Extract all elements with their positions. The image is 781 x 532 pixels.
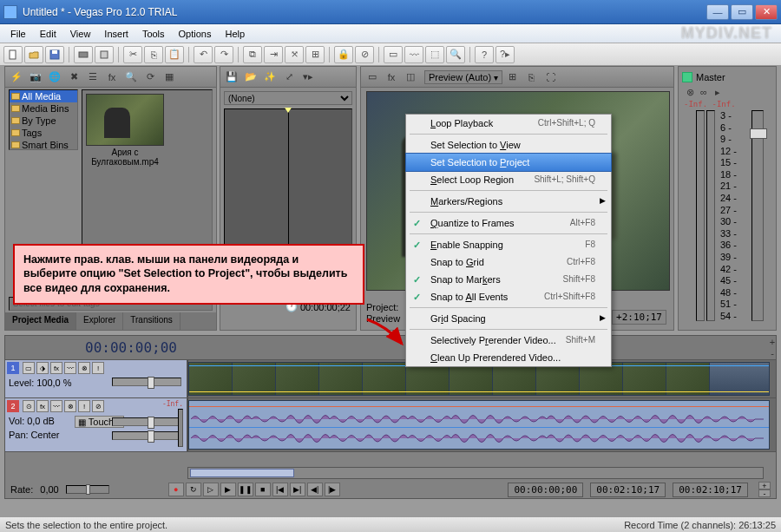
tree-by-type[interactable]: By Type: [10, 115, 77, 127]
preview-overlay-button[interactable]: ⊞: [504, 69, 522, 85]
audio-clip[interactable]: [188, 400, 770, 450]
track-fx-icon[interactable]: fx: [36, 400, 49, 412]
preview-copy-button[interactable]: ⎘: [523, 69, 541, 85]
selection-tool[interactable]: ⬚: [425, 46, 444, 63]
tree-media-bins[interactable]: Media Bins: [10, 102, 77, 115]
track-phase-icon[interactable]: ⊘: [92, 400, 104, 412]
preview-device-button[interactable]: ▭: [364, 69, 381, 85]
audio-track-header[interactable]: 2 ⊙ fx 〰 ⊗ ! ⊘ Vol: 0,0 dB ▦ Touch ▾ Pan…: [5, 398, 187, 451]
go-end-button[interactable]: ▶|: [290, 483, 305, 496]
menu-tools[interactable]: Tools: [135, 27, 172, 41]
media-search-button[interactable]: ▦: [161, 69, 178, 85]
scrollbar-thumb[interactable]: [190, 469, 294, 477]
ctx-snap-to-all-events[interactable]: Snap to All EventsCtrl+Shift+F8: [406, 288, 611, 305]
track-solo-icon[interactable]: !: [92, 362, 104, 374]
ctx-markers-regions[interactable]: Markers/Regions: [406, 193, 611, 210]
whats-this-button[interactable]: ?▸: [496, 46, 515, 63]
stop-button[interactable]: ■: [255, 483, 271, 496]
snap-button[interactable]: ⧉: [243, 46, 262, 63]
normal-edit-tool[interactable]: ▭: [384, 46, 403, 63]
master-fader[interactable]: [751, 110, 764, 321]
get-media-button[interactable]: 🌐: [46, 69, 63, 85]
preview-quality-dropdown[interactable]: Preview (Auto) ▾: [424, 70, 502, 84]
properties-button[interactable]: [95, 46, 114, 63]
timecode-end[interactable]: 00:02:10;17: [590, 483, 666, 497]
track-solo-icon[interactable]: !: [78, 400, 90, 412]
track-automation-icon[interactable]: 〰: [50, 400, 62, 412]
ctx-snap-to-grid[interactable]: Snap to GridCtrl+F8: [406, 253, 611, 271]
loop-button[interactable]: ↻: [186, 483, 201, 496]
paste-button[interactable]: 📋: [165, 46, 184, 63]
close-button[interactable]: ✕: [755, 4, 778, 20]
pause-button[interactable]: ❚❚: [238, 483, 253, 496]
trimmer-dropdown[interactable]: (None): [224, 91, 352, 105]
ctx-loop-playback[interactable]: Loop PlaybackCtrl+Shift+L; Q: [406, 115, 611, 132]
ctx-enable-snapping[interactable]: Enable SnappingF8: [406, 236, 611, 253]
trimmer-open-button[interactable]: 📂: [242, 69, 259, 85]
minimize-button[interactable]: —: [706, 4, 729, 20]
track-record-icon[interactable]: ⊙: [23, 400, 35, 412]
trimmer-save-button[interactable]: 💾: [223, 69, 240, 85]
tab-explorer[interactable]: Explorer: [76, 312, 123, 330]
rate-slider[interactable]: [66, 485, 109, 494]
ctx-set-selection-to-view[interactable]: Set Selection to View: [406, 136, 611, 154]
media-props-button[interactable]: ☰: [84, 69, 102, 85]
track-automation-icon[interactable]: 〰: [64, 362, 76, 374]
zoom-out-button[interactable]: -: [758, 489, 771, 497]
master-mute-button[interactable]: ⊗: [684, 86, 696, 98]
undo-button[interactable]: ↶: [194, 46, 213, 63]
copy-button[interactable]: ⎘: [144, 46, 163, 63]
menu-help[interactable]: Help: [218, 27, 252, 41]
save-button[interactable]: [45, 46, 64, 63]
timeline-add-button[interactable]: +: [764, 337, 781, 348]
preview-fx-button[interactable]: fx: [383, 69, 400, 85]
play-start-button[interactable]: ▷: [203, 483, 219, 496]
capture-button[interactable]: 📷: [27, 69, 44, 85]
preview-full-button[interactable]: ⛶: [542, 69, 560, 85]
track-mute-icon[interactable]: ⊗: [78, 362, 90, 374]
audio-vol-slider[interactable]: [112, 417, 181, 426]
menu-edit[interactable]: Edit: [33, 27, 63, 41]
audio-track-lane[interactable]: [187, 398, 776, 451]
ctx-quantize-to-frames[interactable]: Quantize to FramesAlt+F8: [406, 214, 611, 232]
lock-button[interactable]: 🔒: [334, 46, 353, 63]
video-level-slider[interactable]: [112, 378, 181, 386]
redo-button[interactable]: ↷: [214, 46, 233, 63]
trimmer-expand-button[interactable]: ⤢: [280, 69, 298, 85]
tree-all-media[interactable]: All Media: [10, 90, 77, 102]
video-track-header[interactable]: 1 ▭ ⬗ fx 〰 ⊗ ! Level: 100,0 %: [5, 360, 187, 397]
media-fx-button[interactable]: fx: [103, 69, 121, 85]
auto-crossfade-button[interactable]: ⤧: [285, 46, 304, 63]
remove-button[interactable]: ✖: [65, 69, 82, 85]
ctx-selectively-prerender-video-[interactable]: Selectively Prerender Video...Shift+M: [406, 332, 611, 349]
render-button[interactable]: [74, 46, 93, 63]
trimmer-fx-button[interactable]: ✨: [261, 69, 279, 85]
track-mute-icon[interactable]: ⊗: [64, 400, 76, 412]
go-start-button[interactable]: |◀: [272, 483, 288, 496]
track-motion-icon[interactable]: ⬗: [36, 362, 49, 374]
menu-view[interactable]: View: [63, 27, 98, 41]
ctx-select-loop-region[interactable]: Select Loop RegionShift+L; Shift+Q: [406, 171, 611, 188]
ctx-set-selection-to-project[interactable]: Set Selection to Project: [405, 153, 612, 172]
trimmer-more-button[interactable]: ▾▸: [299, 69, 317, 85]
tab-project-media[interactable]: Project Media: [5, 312, 76, 330]
tree-tags[interactable]: Tags: [10, 127, 77, 139]
prev-frame-button[interactable]: ◀|: [307, 483, 323, 496]
import-media-button[interactable]: ⚡: [8, 69, 25, 85]
master-mono-button[interactable]: ∞: [698, 86, 710, 98]
next-frame-button[interactable]: |▶: [325, 483, 340, 496]
ctx-grid-spacing[interactable]: Grid Spacing: [406, 310, 611, 327]
record-button[interactable]: ●: [168, 483, 184, 496]
zoom-tool[interactable]: 🔍: [446, 46, 465, 63]
menu-insert[interactable]: Insert: [97, 27, 135, 41]
timecode-length[interactable]: 00:02:10;17: [673, 483, 748, 497]
master-output-button[interactable]: ▸: [712, 86, 724, 98]
timeline-current-time[interactable]: 00:00:00;00: [5, 339, 187, 356]
play-button[interactable]: ▶: [220, 483, 236, 496]
track-fx-icon[interactable]: fx: [50, 362, 62, 374]
help-toolbar-button[interactable]: ?: [475, 46, 494, 63]
ripple-button[interactable]: ⇥: [264, 46, 283, 63]
quantize-button[interactable]: ⊞: [305, 46, 325, 63]
timeline-scrollbar[interactable]: [187, 467, 764, 479]
track-bypass-icon[interactable]: ▭: [23, 362, 35, 374]
